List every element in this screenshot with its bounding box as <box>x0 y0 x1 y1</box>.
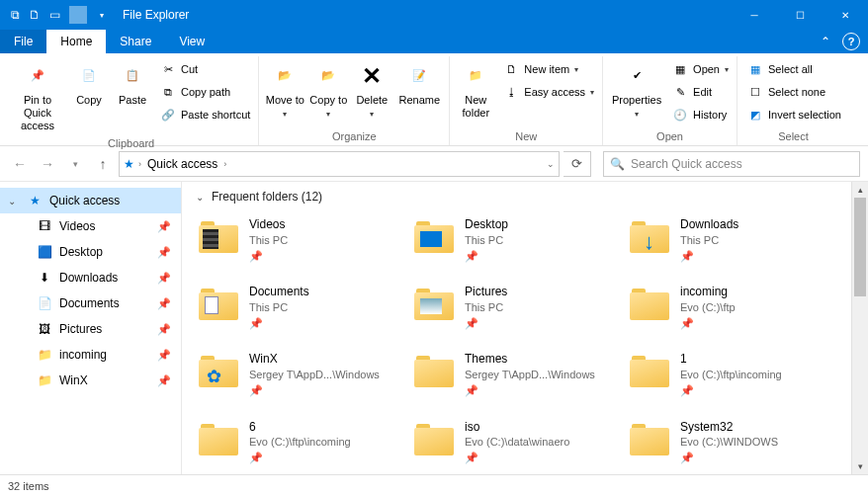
history-button[interactable]: 🕘History <box>668 104 733 125</box>
qat-new-icon[interactable]: 🗋 <box>26 6 43 24</box>
chevron-down-icon[interactable]: ⌄ <box>196 192 204 203</box>
pin-icon: 📌 <box>465 451 569 464</box>
refresh-button[interactable]: ⟳ <box>564 151 591 177</box>
clipboard-label: Clipboard <box>8 135 254 152</box>
invert-selection-button[interactable]: ◩Invert selection <box>743 104 845 125</box>
app-icon: ⧉ <box>6 6 24 24</box>
open-button[interactable]: ▦Open ▾ <box>668 58 733 80</box>
chevron-down-icon[interactable]: ⌄ <box>8 196 20 207</box>
address-dropdown-icon[interactable]: ⌄ <box>547 159 555 169</box>
folder-name: Documents <box>249 285 309 300</box>
copy-path-button[interactable]: ⧉Copy path <box>156 81 254 103</box>
delete-button[interactable]: ✕Delete▾ <box>350 58 393 122</box>
organize-label: Organize <box>263 128 445 145</box>
new-label: New <box>454 128 598 145</box>
folder-location: Sergey T\AppD...\Windows <box>249 368 380 381</box>
scroll-down-icon[interactable]: ▾ <box>852 458 868 474</box>
minimize-button[interactable]: ─ <box>732 0 777 30</box>
folder-item[interactable]: PicturesThis PC📌 <box>411 281 627 332</box>
tab-home[interactable]: Home <box>46 30 106 53</box>
edit-button[interactable]: ✎Edit <box>668 81 733 103</box>
copy-to-button[interactable]: 📂Copy to ▾ <box>306 58 350 122</box>
open-label: Open <box>607 128 733 145</box>
folder-item[interactable]: System32Evo (C:)\WINDOWS📌 <box>627 416 842 467</box>
folder-item[interactable]: isoEvo (C:)\data\winaero📌 <box>411 416 627 467</box>
folder-item[interactable]: 6Evo (C:)\ftp\incoming📌 <box>196 416 411 467</box>
folder-location: This PC <box>465 233 508 247</box>
move-to-button[interactable]: 📂Move to ▾ <box>263 58 306 122</box>
status-item-count: 32 items <box>8 480 49 492</box>
properties-button[interactable]: ✔Properties ▾ <box>607 58 666 122</box>
paste-shortcut-button[interactable]: 🔗Paste shortcut <box>156 104 254 125</box>
select-none-button[interactable]: ☐Select none <box>743 81 845 103</box>
folder-icon: 🎞 <box>36 219 53 233</box>
folder-item[interactable]: VideosThis PC📌 <box>196 213 411 265</box>
folder-item[interactable]: incomingEvo (C:)\ftp📌 <box>627 281 842 332</box>
folder-item[interactable]: DesktopThis PC📌 <box>411 213 627 265</box>
pin-icon: 📌 <box>465 316 507 330</box>
folder-item[interactable]: ↓DownloadsThis PC📌 <box>627 213 842 265</box>
up-button[interactable]: ↑ <box>91 152 115 176</box>
quickaccess-icon: ★ <box>124 157 134 171</box>
forward-button[interactable]: → <box>36 152 59 176</box>
new-item-button[interactable]: 🗋New item ▾ <box>499 58 598 80</box>
folder-item[interactable]: 1Evo (C:)\ftp\incoming📌 <box>627 348 842 399</box>
scrollbar[interactable]: ▴ ▾ <box>851 182 868 474</box>
folder-name: System32 <box>680 420 778 436</box>
pin-icon: 📌 <box>157 374 171 387</box>
folder-item[interactable]: ✿WinXSergey T\AppD...\Windows📌 <box>196 348 411 399</box>
close-button[interactable]: ✕ <box>823 0 868 30</box>
title-bar: ⧉ 🗋 ▭ ▾ File Explorer ─ ☐ ✕ <box>0 0 868 30</box>
select-all-button[interactable]: ▦Select all <box>743 58 845 80</box>
back-button[interactable]: ← <box>8 152 32 176</box>
search-placeholder: Search Quick access <box>631 157 742 171</box>
breadcrumb-quickaccess[interactable]: Quick access <box>145 157 219 171</box>
scroll-up-icon[interactable]: ▴ <box>852 182 868 198</box>
tree-item[interactable]: 🟦Desktop📌 <box>0 239 181 265</box>
frequent-folders-header[interactable]: ⌄ Frequent folders (12) <box>196 190 851 204</box>
tab-share[interactable]: Share <box>106 30 165 53</box>
folder-name: incoming <box>680 285 736 300</box>
rename-button[interactable]: 📝Rename <box>393 58 445 109</box>
folder-item[interactable]: ThemesSergey T\AppD...\Windows📌 <box>411 348 627 399</box>
tree-item[interactable]: 📁incoming📌 <box>0 342 181 368</box>
folder-location: This PC <box>465 300 507 314</box>
new-folder-button[interactable]: 📁New folder <box>454 58 497 122</box>
help-icon[interactable]: ? <box>842 33 860 50</box>
navigation-pane: ⌄ ★ Quick access 🎞Videos📌🟦Desktop📌⬇Downl… <box>0 182 182 474</box>
search-box[interactable]: 🔍 Search Quick access <box>603 151 860 177</box>
pin-icon: 📌 <box>680 451 778 464</box>
folder-item[interactable]: DocumentsThis PC📌 <box>196 281 411 332</box>
paste-button[interactable]: 📋Paste <box>111 58 154 109</box>
pin-icon: 📌 <box>157 246 171 259</box>
tree-item[interactable]: 🎞Videos📌 <box>0 213 181 239</box>
tree-item[interactable]: 📁WinX📌 <box>0 368 181 393</box>
scroll-thumb[interactable] <box>854 198 866 296</box>
folder-name: iso <box>465 420 569 436</box>
pin-to-quickaccess-button[interactable]: 📌Pin to Quick access <box>8 58 67 135</box>
folder-location: Evo (C:)\WINDOWS <box>680 435 778 449</box>
tree-item[interactable]: 📄Documents📌 <box>0 290 181 316</box>
cut-button[interactable]: ✂Cut <box>156 58 254 80</box>
tree-item[interactable]: 🖼Pictures📌 <box>0 316 181 342</box>
folder-location: Evo (C:)\ftp\incoming <box>249 435 351 449</box>
pin-icon: 📌 <box>465 249 508 263</box>
pin-icon: 📌 <box>680 383 782 397</box>
tab-file[interactable]: File <box>0 30 46 53</box>
maximize-button[interactable]: ☐ <box>777 0 823 30</box>
ribbon: 📌Pin to Quick access 📄Copy 📋Paste ✂Cut ⧉… <box>0 53 868 146</box>
tab-view[interactable]: View <box>165 30 218 53</box>
recent-dropdown[interactable]: ▾ <box>63 152 87 176</box>
pin-icon: 📌 <box>680 249 738 263</box>
easy-access-button[interactable]: ⭳Easy access ▾ <box>499 81 598 103</box>
address-bar[interactable]: ★ › Quick access › ⌄ <box>119 151 560 177</box>
qat-props-icon[interactable]: ▭ <box>45 6 63 24</box>
qat-dropdown-icon[interactable]: ▾ <box>93 6 111 24</box>
collapse-ribbon-icon[interactable]: ⌃ <box>813 30 838 53</box>
folder-name: 6 <box>249 420 351 436</box>
folder-location: This PC <box>249 233 288 247</box>
copy-button[interactable]: 📄Copy <box>67 58 111 109</box>
tree-item[interactable]: ⬇Downloads📌 <box>0 265 181 290</box>
tree-quick-access[interactable]: ⌄ ★ Quick access <box>0 188 181 213</box>
folder-name: Pictures <box>465 285 507 300</box>
